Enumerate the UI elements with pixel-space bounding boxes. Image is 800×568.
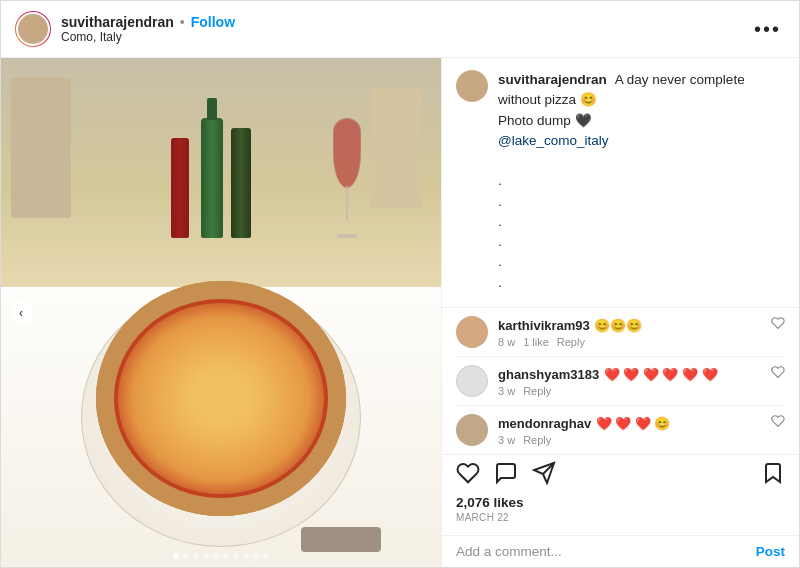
caption-dot-5: .	[498, 254, 502, 269]
post-body: ‹ suvitharajen	[1, 58, 799, 567]
header-left: suvitharajendran • Follow Como, Italy	[15, 11, 750, 47]
caption-dot-4: .	[498, 234, 502, 249]
comment-text-2: ❤️ ❤️ ❤️ ❤️ ❤️ ❤️	[604, 367, 718, 382]
dot-5[interactable]	[213, 553, 219, 559]
comment-like-2[interactable]	[771, 365, 785, 383]
dot-8[interactable]	[243, 553, 249, 559]
bottle-dark	[171, 138, 189, 238]
comment-body-1: karthivikram93 😊😊😊 8 w 1 like Reply	[498, 316, 761, 348]
dot-10[interactable]	[263, 553, 269, 559]
comment-meta-2: 3 w Reply	[498, 385, 761, 397]
dot-navigation	[173, 553, 269, 559]
dot-1[interactable]	[173, 553, 179, 559]
action-bar: 2,076 likes MARCH 22	[442, 454, 799, 535]
caption-mention[interactable]: @lake_como_italy	[498, 133, 609, 148]
post-location: Como, Italy	[61, 30, 235, 44]
add-comment-row: Post	[442, 535, 799, 567]
more-options-button[interactable]: •••	[750, 14, 785, 45]
caption-dot-6: .	[498, 275, 502, 290]
comment-meta-1: 8 w 1 like Reply	[498, 336, 761, 348]
follow-button[interactable]: Follow	[191, 14, 235, 30]
comment-time-3: 3 w	[498, 434, 515, 446]
caption-dot-1: .	[498, 173, 502, 188]
bookmark-button[interactable]	[761, 461, 785, 489]
caption-dot-2: .	[498, 194, 502, 209]
like-button[interactable]	[456, 461, 480, 489]
comment-time-1: 8 w	[498, 336, 515, 348]
dot-3[interactable]	[193, 553, 199, 559]
post-container: suvitharajendran • Follow Como, Italy ••…	[0, 0, 800, 568]
dot-separator: •	[180, 14, 185, 30]
header-user-col: suvitharajendran • Follow Como, Italy	[61, 14, 235, 44]
comment-reply-2[interactable]: Reply	[523, 385, 551, 397]
post-date: MARCH 22	[456, 512, 785, 523]
dot-2[interactable]	[183, 553, 189, 559]
comment-like-3[interactable]	[771, 414, 785, 432]
comment-likes-1: 1 like	[523, 336, 549, 348]
action-icons	[456, 461, 785, 489]
post-header: suvitharajendran • Follow Como, Italy ••…	[1, 1, 799, 58]
comment-username-2[interactable]: ghanshyam3183	[498, 367, 599, 382]
post-comment-button[interactable]: Post	[756, 544, 785, 559]
add-comment-input[interactable]	[456, 544, 756, 559]
wine-glass	[333, 118, 361, 238]
comment-body-3: mendonraghav ❤️ ❤️ ❤️ 😊 3 w Reply	[498, 414, 761, 446]
bottle-green	[201, 118, 223, 238]
wine-glass-bowl	[333, 118, 361, 188]
sunglasses	[301, 527, 381, 552]
comment-text-1: 😊😊😊	[594, 318, 642, 333]
likes-count: 2,076 likes	[456, 495, 785, 510]
comment-time-2: 3 w	[498, 385, 515, 397]
caption-username[interactable]: suvitharajendran	[498, 72, 607, 87]
header-username[interactable]: suvitharajendran	[61, 14, 174, 30]
caption-area: suvitharajendran A day never complete wi…	[442, 58, 799, 308]
comment-item-3: mendonraghav ❤️ ❤️ ❤️ 😊 3 w Reply	[456, 406, 785, 454]
share-button[interactable]	[532, 461, 556, 489]
comment-meta-3: 3 w Reply	[498, 434, 761, 446]
comment-username-3[interactable]: mendonraghav	[498, 416, 591, 431]
comment-username-1[interactable]: karthivikram93	[498, 318, 590, 333]
caption-row: suvitharajendran A day never complete wi…	[456, 70, 785, 308]
comment-button[interactable]	[494, 461, 518, 489]
bottle-oil	[231, 128, 251, 238]
avatar	[15, 11, 51, 47]
caption-dot-3: .	[498, 214, 502, 229]
comments-section: karthivikram93 😊😊😊 8 w 1 like Reply	[442, 308, 799, 454]
caption-content: suvitharajendran A day never complete wi…	[498, 70, 785, 308]
comment-text-3: ❤️ ❤️ ❤️ 😊	[596, 416, 671, 431]
comment-reply-3[interactable]: Reply	[523, 434, 551, 446]
wine-glass-stem	[346, 186, 348, 221]
pizza-cheese	[118, 303, 324, 494]
comment-body-2: ghanshyam3183 ❤️ ❤️ ❤️ ❤️ ❤️ ❤️ 3 w Repl…	[498, 365, 761, 397]
caption-avatar	[456, 70, 488, 102]
comment-item-2: ghanshyam3183 ❤️ ❤️ ❤️ ❤️ ❤️ ❤️ 3 w Repl…	[456, 357, 785, 406]
pizza-plate	[81, 287, 361, 547]
post-image: ‹	[1, 58, 441, 567]
dot-4[interactable]	[203, 553, 209, 559]
comment-avatar-3	[456, 414, 488, 446]
building-right	[371, 88, 421, 208]
pizza-body	[96, 281, 346, 516]
dot-9[interactable]	[253, 553, 259, 559]
dot-7[interactable]	[233, 553, 239, 559]
header-info: suvitharajendran • Follow	[61, 14, 235, 30]
prev-arrow[interactable]: ‹	[9, 301, 33, 325]
comment-avatar-2	[456, 365, 488, 397]
comment-reply-1[interactable]: Reply	[557, 336, 585, 348]
avatar-image	[16, 12, 50, 46]
post-right: suvitharajendran A day never complete wi…	[441, 58, 799, 567]
building-left	[11, 78, 71, 218]
dot-6[interactable]	[223, 553, 229, 559]
comment-avatar-1	[456, 316, 488, 348]
wine-glass-base	[337, 234, 357, 238]
comment-item: karthivikram93 😊😊😊 8 w 1 like Reply	[456, 308, 785, 357]
comment-like-1[interactable]	[771, 316, 785, 334]
